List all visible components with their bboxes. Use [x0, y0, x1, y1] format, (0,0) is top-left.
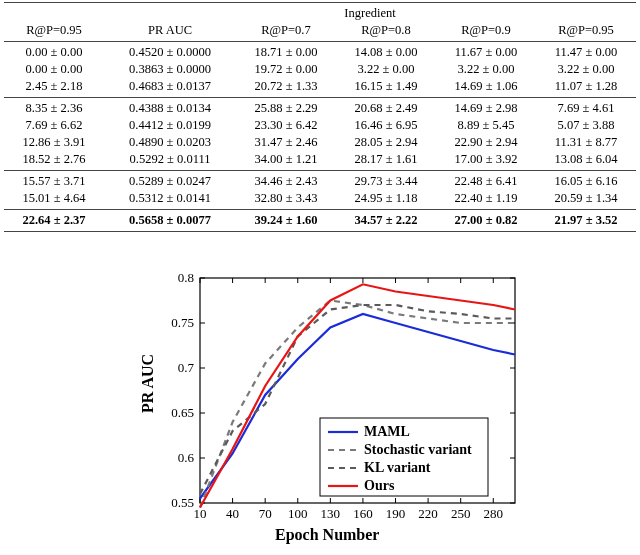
- table-cell: 3.22 ± 0.00: [536, 62, 636, 77]
- table-cell: 25.88 ± 2.29: [236, 101, 336, 116]
- results-table: Ingredient R@P=0.95PR AUCR@P=0.7R@P=0.8R…: [4, 0, 636, 234]
- table-row: 7.69 ± 6.620.4412 ± 0.019923.30 ± 6.4216…: [4, 117, 636, 134]
- table-cell: 18.52 ± 2.76: [4, 152, 104, 167]
- rule-top: [4, 2, 636, 3]
- table-row: 15.01 ± 4.640.5312 ± 0.014132.80 ± 3.432…: [4, 190, 636, 207]
- y-tick-label: 0.65: [171, 405, 194, 420]
- table-cell: 0.5292 ± 0.0111: [104, 152, 236, 167]
- table-cell: 27.00 ± 0.82: [436, 213, 536, 228]
- table-cell: 12.86 ± 3.91: [4, 135, 104, 150]
- table-cell: 16.46 ± 6.95: [336, 118, 436, 133]
- rule-mid: [4, 97, 636, 98]
- legend-label: KL variant: [364, 460, 431, 475]
- table-cell: 28.05 ± 2.94: [336, 135, 436, 150]
- table-cell: 5.07 ± 3.88: [536, 118, 636, 133]
- table-cell: 15.57 ± 3.71: [4, 174, 104, 189]
- header-row: R@P=0.95PR AUCR@P=0.7R@P=0.8R@P=0.9R@P=0…: [4, 22, 636, 39]
- x-tick-label: 280: [484, 506, 504, 521]
- table-cell: 28.17 ± 1.61: [336, 152, 436, 167]
- table-row: 18.52 ± 2.760.5292 ± 0.011134.00 ± 1.212…: [4, 151, 636, 168]
- y-axis-label: PR AUC: [139, 354, 157, 413]
- table-cell: 8.35 ± 2.36: [4, 101, 104, 116]
- table-row: 0.00 ± 0.000.3863 ± 0.000019.72 ± 0.003.…: [4, 61, 636, 78]
- legend-label: Stochastic variant: [364, 442, 472, 457]
- y-tick-label: 0.8: [178, 270, 194, 285]
- col-header: R@P=0.95: [4, 23, 104, 38]
- x-tick-label: 40: [226, 506, 239, 521]
- table-cell: 20.59 ± 1.34: [536, 191, 636, 206]
- table-cell: 34.57 ± 2.22: [336, 213, 436, 228]
- table-cell: 34.00 ± 1.21: [236, 152, 336, 167]
- col-header: R@P=0.9: [436, 23, 536, 38]
- table-cell: 7.69 ± 6.62: [4, 118, 104, 133]
- col-header: PR AUC: [104, 23, 236, 38]
- table-cell: 21.97 ± 3.52: [536, 213, 636, 228]
- table-row: 8.35 ± 2.360.4388 ± 0.013425.88 ± 2.2920…: [4, 100, 636, 117]
- table-cell: 15.01 ± 4.64: [4, 191, 104, 206]
- rule-header: [4, 41, 636, 42]
- table-cell: 32.80 ± 3.43: [236, 191, 336, 206]
- table-cell: 14.69 ± 2.98: [436, 101, 536, 116]
- table-cell: 3.22 ± 0.00: [336, 62, 436, 77]
- table-cell: 34.46 ± 2.43: [236, 174, 336, 189]
- table-row: 0.00 ± 0.000.4520 ± 0.000018.71 ± 0.0014…: [4, 44, 636, 61]
- table-row: 12.86 ± 3.910.4890 ± 0.020331.47 ± 2.462…: [4, 134, 636, 151]
- table-row: 22.64 ± 2.370.5658 ± 0.007739.24 ± 1.603…: [4, 212, 636, 229]
- table-cell: 22.90 ± 2.94: [436, 135, 536, 150]
- table-cell: 22.64 ± 2.37: [4, 213, 104, 228]
- table-cell: 24.95 ± 1.18: [336, 191, 436, 206]
- rule-mid: [4, 209, 636, 210]
- y-tick-label: 0.75: [171, 315, 194, 330]
- table-cell: 11.47 ± 0.00: [536, 45, 636, 60]
- table-cell: 11.31 ± 8.77: [536, 135, 636, 150]
- table-cell: 39.24 ± 1.60: [236, 213, 336, 228]
- table-cell: 8.89 ± 5.45: [436, 118, 536, 133]
- table-cell: 23.30 ± 6.42: [236, 118, 336, 133]
- super-header: Ingredient: [104, 6, 636, 21]
- y-tick-label: 0.7: [178, 360, 195, 375]
- x-tick-label: 250: [451, 506, 471, 521]
- table-cell: 20.68 ± 2.49: [336, 101, 436, 116]
- col-header: R@P=0.8: [336, 23, 436, 38]
- table-body: 0.00 ± 0.000.4520 ± 0.000018.71 ± 0.0014…: [4, 44, 636, 229]
- col-header: R@P=0.95: [536, 23, 636, 38]
- table-cell: 0.4520 ± 0.0000: [104, 45, 236, 60]
- table-cell: 19.72 ± 0.00: [236, 62, 336, 77]
- table-cell: 0.00 ± 0.00: [4, 62, 104, 77]
- table-cell: 0.4412 ± 0.0199: [104, 118, 236, 133]
- pr-auc-chart: 0.550.60.650.70.750.81040701001301601902…: [145, 268, 525, 548]
- x-tick-label: 130: [321, 506, 341, 521]
- table-cell: 11.67 ± 0.00: [436, 45, 536, 60]
- table-cell: 3.22 ± 0.00: [436, 62, 536, 77]
- table-cell: 11.07 ± 1.28: [536, 79, 636, 94]
- y-tick-label: 0.6: [178, 450, 195, 465]
- col-header: R@P=0.7: [236, 23, 336, 38]
- table-cell: 17.00 ± 3.92: [436, 152, 536, 167]
- table-cell: 22.40 ± 1.19: [436, 191, 536, 206]
- table-row: 15.57 ± 3.710.5289 ± 0.024734.46 ± 2.432…: [4, 173, 636, 190]
- table-cell: 0.5289 ± 0.0247: [104, 174, 236, 189]
- table-cell: 14.08 ± 0.00: [336, 45, 436, 60]
- x-tick-label: 190: [386, 506, 406, 521]
- table-cell: 0.4683 ± 0.0137: [104, 79, 236, 94]
- table-cell: 13.08 ± 6.04: [536, 152, 636, 167]
- legend-label: Ours: [364, 478, 395, 493]
- table-cell: 31.47 ± 2.46: [236, 135, 336, 150]
- table-cell: 22.48 ± 6.41: [436, 174, 536, 189]
- legend-label: MAML: [364, 424, 410, 439]
- table-cell: 16.05 ± 6.16: [536, 174, 636, 189]
- x-tick-label: 10: [194, 506, 207, 521]
- table-cell: 2.45 ± 2.18: [4, 79, 104, 94]
- table-cell: 0.5658 ± 0.0077: [104, 213, 236, 228]
- rule-bottom: [4, 231, 636, 232]
- table-cell: 0.4890 ± 0.0203: [104, 135, 236, 150]
- table-cell: 0.00 ± 0.00: [4, 45, 104, 60]
- table-cell: 0.4388 ± 0.0134: [104, 101, 236, 116]
- y-tick-label: 0.55: [171, 495, 194, 510]
- x-tick-label: 70: [259, 506, 272, 521]
- rule-mid: [4, 170, 636, 171]
- x-tick-label: 100: [288, 506, 308, 521]
- chart-svg: 0.550.60.650.70.750.81040701001301601902…: [145, 268, 525, 548]
- table-cell: 0.5312 ± 0.0141: [104, 191, 236, 206]
- table-cell: 0.3863 ± 0.0000: [104, 62, 236, 77]
